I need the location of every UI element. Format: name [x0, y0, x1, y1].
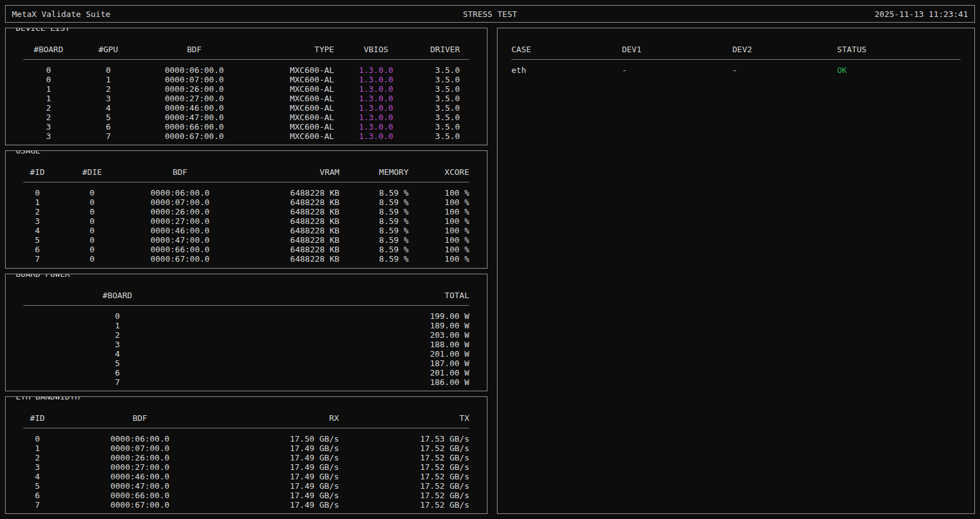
cell-bdf: 0000:66:00.0 [143, 122, 246, 131]
board-power-panel: BOARD POWER #BOARD TOTAL 0199.00 W1189.0… [5, 274, 487, 391]
cell-total: 201.00 W [211, 368, 469, 377]
cell-die: 0 [52, 207, 133, 216]
cell-memory: 8.59 % [340, 198, 409, 207]
main-columns: DEVICE LIST #BOARD #GPU BDF TYPE VBIOS [5, 28, 975, 514]
table-row: 40000:46:00.017.49 GB/s17.52 GB/s [23, 472, 469, 481]
cell-tx: 17.52 GB/s [339, 500, 469, 510]
cell-board: 0 [23, 305, 211, 321]
left-column: DEVICE LIST #BOARD #GPU BDF TYPE VBIOS [5, 28, 487, 514]
table-row: 300000:27:00.06488228 KB8.59 %100 % [23, 216, 469, 226]
cell-board: 3 [23, 122, 74, 131]
cell-xcore: 100 % [409, 235, 469, 245]
table-row: 130000:27:00.0MXC600-AL1.3.0.03.5.0 [23, 94, 469, 103]
cell-id: 0 [23, 428, 52, 444]
cell-board: 3 [23, 340, 211, 349]
cell-board: 6 [23, 368, 211, 377]
cell-bdf: 0000:07:00.0 [133, 198, 227, 207]
table-row: 360000:66:00.0MXC600-AL1.3.0.03.5.0 [23, 122, 469, 131]
cell-type: MXC600-AL [246, 94, 334, 103]
test-cases-body: eth--OK [511, 60, 961, 75]
cell-gpu: 1 [74, 75, 143, 84]
cell-xcore: 100 % [409, 207, 469, 216]
board-power-header-row: #BOARD TOTAL [23, 291, 469, 306]
cell-vram: 6488228 KB [227, 198, 340, 207]
cell-bdf: 0000:27:00.0 [52, 462, 228, 472]
cell-bdf: 0000:06:00.0 [133, 182, 227, 198]
column-header-bdf: BDF [133, 167, 227, 182]
cell-gpu: 3 [74, 94, 143, 103]
cell-rx: 17.49 GB/s [228, 500, 339, 510]
cell-rx: 17.49 GB/s [228, 444, 339, 453]
cell-bdf: 0000:26:00.0 [52, 453, 228, 462]
cell-driver: 3.5.0 [418, 113, 469, 122]
cell-type: MXC600-AL [246, 122, 334, 131]
cell-bdf: 0000:27:00.0 [133, 216, 227, 226]
board-power-table: #BOARD TOTAL 0199.00 W1189.00 W2203.00 W… [23, 291, 469, 387]
eth-bandwidth-body: 00000:06:00.017.50 GB/s17.53 GB/s10000:0… [23, 428, 469, 510]
cell-board: 5 [23, 359, 211, 368]
cell-board: 2 [23, 330, 211, 340]
column-header-gpu: #GPU [74, 45, 143, 60]
cell-type: MXC600-AL [246, 131, 334, 141]
cell-rx: 17.49 GB/s [228, 472, 339, 481]
cell-id: 0 [23, 182, 52, 198]
cell-dev1: - [622, 60, 733, 75]
cell-vbios: 1.3.0.0 [334, 60, 418, 75]
cell-tx: 17.52 GB/s [339, 453, 469, 462]
cell-id: 3 [23, 462, 52, 472]
table-row: 7186.00 W [23, 377, 469, 387]
cell-gpu: 2 [74, 84, 143, 94]
cell-tx: 17.52 GB/s [339, 462, 469, 472]
cell-id: 5 [23, 481, 52, 491]
cell-xcore: 100 % [409, 254, 469, 264]
cell-memory: 8.59 % [340, 245, 409, 254]
table-row: 400000:46:00.06488228 KB8.59 %100 % [23, 226, 469, 235]
column-header-total: TOTAL [211, 291, 469, 306]
cell-id: 6 [23, 491, 52, 500]
eth-bandwidth-panel-title: ETH BANDWIDTH [13, 396, 82, 401]
usage-panel: USAGE #ID #DIE BDF VRAM MEMORY XCOR [5, 150, 487, 268]
cell-total: 187.00 W [211, 359, 469, 368]
cell-id: 7 [23, 254, 52, 264]
column-header-vbios: VBIOS [334, 45, 418, 60]
cell-bdf: 0000:26:00.0 [133, 207, 227, 216]
column-header-type: TYPE [246, 45, 334, 60]
cell-gpu: 4 [74, 103, 143, 113]
cell-tx: 17.52 GB/s [339, 481, 469, 491]
cell-vram: 6488228 KB [227, 235, 340, 245]
table-row: 600000:66:00.06488228 KB8.59 %100 % [23, 245, 469, 254]
cell-die: 0 [52, 254, 133, 264]
cell-memory: 8.59 % [340, 254, 409, 264]
cell-die: 0 [52, 182, 133, 198]
test-cases-panel: CASE DEV1 DEV2 STATUS eth--OK [497, 28, 975, 514]
cell-vbios: 1.3.0.0 [334, 122, 418, 131]
table-row: 0199.00 W [23, 305, 469, 321]
cell-vbios: 1.3.0.0 [334, 94, 418, 103]
column-header-driver: DRIVER [418, 45, 469, 60]
cell-xcore: 100 % [409, 245, 469, 254]
cell-die: 0 [52, 226, 133, 235]
cell-die: 0 [52, 216, 133, 226]
cell-rx: 17.49 GB/s [228, 453, 339, 462]
cell-bdf: 0000:46:00.0 [133, 226, 227, 235]
cell-gpu: 5 [74, 113, 143, 122]
table-row: 5187.00 W [23, 359, 469, 368]
cell-memory: 8.59 % [340, 235, 409, 245]
cell-rx: 17.50 GB/s [228, 428, 339, 444]
table-row: 2203.00 W [23, 330, 469, 340]
cell-die: 0 [52, 235, 133, 245]
table-row: 200000:26:00.06488228 KB8.59 %100 % [23, 207, 469, 216]
cell-board: 0 [23, 60, 74, 75]
cell-tx: 17.52 GB/s [339, 491, 469, 500]
clock: 2025-11-13 11:23:41 [874, 9, 968, 19]
board-power-panel-title: BOARD POWER [13, 274, 72, 279]
table-row: 100000:07:00.06488228 KB8.59 %100 % [23, 198, 469, 207]
cell-driver: 3.5.0 [418, 94, 469, 103]
cell-memory: 8.59 % [340, 216, 409, 226]
table-row: eth--OK [511, 60, 961, 75]
cell-bdf: 0000:47:00.0 [143, 113, 246, 122]
table-row: 120000:26:00.0MXC600-AL1.3.0.03.5.0 [23, 84, 469, 94]
cell-rx: 17.49 GB/s [228, 462, 339, 472]
cell-id: 1 [23, 198, 52, 207]
table-row: 1189.00 W [23, 321, 469, 330]
